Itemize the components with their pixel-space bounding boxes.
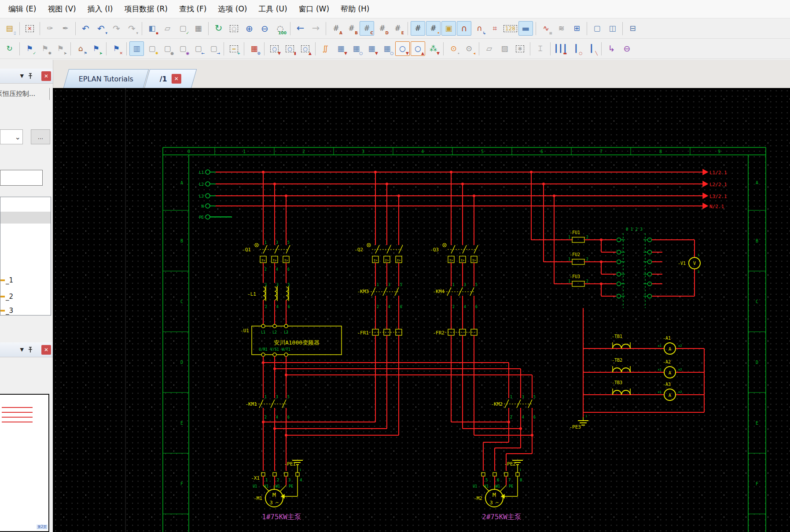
symbol-box[interactable] xyxy=(296,473,299,476)
bus-ref-l1[interactable]: L1/2.1 xyxy=(709,170,727,176)
device-a2[interactable]: -A2 xyxy=(663,360,671,364)
device-fu1[interactable]: -FU1 xyxy=(570,230,580,235)
device-filter-icon[interactable]: ▦⊙ xyxy=(247,41,261,56)
symbol-circle[interactable] xyxy=(648,238,652,242)
label[interactable]: 2 xyxy=(265,305,267,309)
device-tb2[interactable]: -TB2 xyxy=(612,358,622,363)
flag-forward-icon[interactable]: ⚑➤ xyxy=(53,41,68,56)
label[interactable]: 1 xyxy=(265,241,267,245)
bus-label-pe[interactable]: PE xyxy=(199,215,204,220)
label[interactable]: I> xyxy=(385,259,389,262)
wire[interactable] xyxy=(263,245,267,253)
arrow[interactable] xyxy=(703,181,708,187)
device-v1[interactable]: -V1 xyxy=(678,261,686,266)
label[interactable]: 7 xyxy=(508,478,511,482)
label[interactable]: 4 xyxy=(300,478,302,482)
wire[interactable] xyxy=(387,245,391,253)
workspace-layout-icon[interactable]: ◧▪ xyxy=(145,21,159,36)
fuse-fu1[interactable] xyxy=(572,237,584,242)
menu-options[interactable]: 选项 (O) xyxy=(212,1,253,17)
device-q3[interactable]: -Q3 xyxy=(430,247,439,253)
label[interactable]: 2 xyxy=(265,268,267,272)
label[interactable]: 4 xyxy=(276,268,278,272)
label[interactable]: 4 xyxy=(276,415,278,419)
label[interactable]: x2 xyxy=(678,344,682,348)
wire[interactable] xyxy=(500,485,506,491)
label[interactable]: 3 ~ xyxy=(270,500,279,506)
device-m2[interactable]: -M2 xyxy=(474,495,482,501)
bus-label-n[interactable]: N xyxy=(202,204,204,209)
label[interactable]: 5 xyxy=(533,395,536,399)
label[interactable]: 1 xyxy=(452,283,455,287)
symbol-path[interactable] xyxy=(275,287,277,300)
label[interactable]: 6 xyxy=(287,268,290,272)
label[interactable]: W/T1 xyxy=(282,348,290,352)
label[interactable]: I> xyxy=(261,259,265,262)
zoom-out-icon[interactable]: ⊖ xyxy=(257,21,272,36)
filter-dropdown[interactable]: ⌄ xyxy=(0,129,23,144)
label[interactable]: 2 xyxy=(265,415,267,419)
label[interactable]: I> xyxy=(449,259,453,262)
import-page-icon[interactable]: ▢← xyxy=(191,41,206,56)
wire[interactable] xyxy=(275,245,279,253)
panel2-menu-icon[interactable]: ▼ xyxy=(20,347,24,352)
label[interactable]: x1 xyxy=(658,390,661,394)
bus-label-l2[interactable]: L2 xyxy=(199,182,204,187)
label[interactable]: M xyxy=(272,492,276,498)
delete-flag-icon[interactable]: ⚑✕ xyxy=(109,41,124,56)
parts-cart-icon[interactable]: ⊟ xyxy=(625,21,640,36)
conn-wave-icon[interactable]: ∿≡ xyxy=(539,21,553,36)
symbol-circle[interactable] xyxy=(648,260,652,264)
label[interactable]: x2 xyxy=(678,368,682,371)
terminal-N[interactable] xyxy=(206,204,210,208)
tab-page-1[interactable]: /1 ✕ xyxy=(144,69,197,88)
symbol-pin-down-icon[interactable]: ○▮ xyxy=(283,41,297,56)
command-line-icon[interactable]: ▬ xyxy=(518,21,533,36)
redo-list-icon[interactable]: ↷▾ xyxy=(125,21,139,36)
symbol-place-icon[interactable]: ○▼ xyxy=(267,41,282,56)
symbol-list-item[interactable]: _3 xyxy=(0,305,51,316)
panel1-menu-icon[interactable]: ▼ xyxy=(20,73,24,79)
symbol-circle[interactable] xyxy=(617,238,621,242)
label[interactable]: 3 ~ xyxy=(490,500,499,506)
interrupt-connection-icon[interactable]: ┃╲ xyxy=(584,41,599,56)
coordinate-input-icon[interactable]: ∩↳ xyxy=(472,21,487,36)
label[interactable]: 2 xyxy=(586,279,588,283)
list-selection[interactable] xyxy=(0,212,51,224)
label[interactable]: 1 xyxy=(519,468,521,472)
device-fu2[interactable]: -FU2 xyxy=(570,252,580,257)
label[interactable]: 3 xyxy=(522,395,524,399)
label[interactable]: 4 xyxy=(388,305,390,309)
cable-navigator-icon[interactable]: ▦○ xyxy=(380,41,394,56)
terminal-strip-numbers[interactable]: 0 1 2 3 xyxy=(626,227,643,231)
label[interactable]: I> xyxy=(397,259,401,262)
insert-table-icon[interactable]: ▦ xyxy=(191,21,206,36)
pump2-label[interactable]: 2#75KW主泵 xyxy=(482,513,522,521)
object-snap-icon[interactable]: ▣ xyxy=(441,21,456,36)
delete-connection-icon[interactable]: ┃○ xyxy=(569,41,583,56)
label[interactable]: L2 xyxy=(272,330,277,334)
label[interactable]: 5 xyxy=(400,283,402,287)
wire[interactable] xyxy=(371,287,375,296)
schematic-editor-canvas[interactable]: 0123456789ABCDEFABCDEFL1L1/2.1L2L2/2.1L3… xyxy=(53,88,790,532)
label[interactable]: 4 xyxy=(276,305,279,309)
symbol-circle[interactable] xyxy=(648,294,652,298)
label[interactable]: 5 xyxy=(485,478,488,482)
format-paint-icon[interactable]: ✑ xyxy=(43,21,57,36)
device-x1[interactable]: -X1 xyxy=(251,475,260,481)
label[interactable]: 5 xyxy=(287,241,290,245)
label[interactable]: 6 xyxy=(497,478,499,482)
label[interactable]: L1 xyxy=(261,330,265,334)
symbol-circle[interactable] xyxy=(284,324,288,328)
label[interactable]: x1 xyxy=(658,368,661,371)
menu-tools[interactable]: 工具 (U) xyxy=(253,1,293,17)
device-fr2[interactable]: -FR2 xyxy=(433,330,445,336)
go-back-icon[interactable]: ← xyxy=(293,21,308,36)
structure-filter-icon[interactable]: ⁂▼ xyxy=(426,41,441,56)
grid-c-icon[interactable]: #C xyxy=(360,21,374,36)
fuse-fu3[interactable] xyxy=(572,281,584,286)
insert-terminal-icon[interactable]: ○▲ xyxy=(411,41,425,56)
paste-icon[interactable]: ▤▯ xyxy=(2,21,17,36)
layout-space-icon[interactable]: ▱ xyxy=(482,41,496,56)
symbol-box[interactable] xyxy=(493,473,496,476)
